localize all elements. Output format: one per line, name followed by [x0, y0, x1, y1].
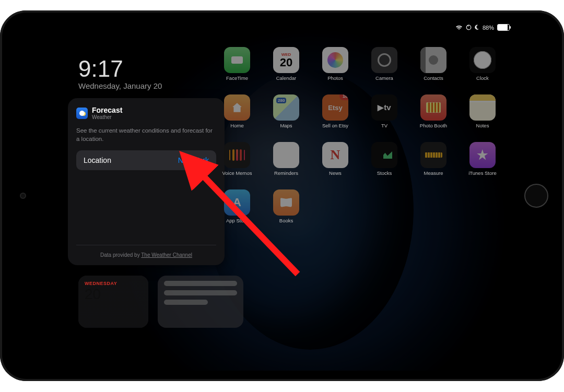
app-camera[interactable]: Camera [366, 47, 403, 81]
app-notes[interactable]: Notes [464, 94, 501, 128]
app-icon [371, 142, 397, 168]
svg-point-0 [466, 25, 471, 30]
app-photos[interactable]: Photos [316, 47, 354, 81]
badge: 18 [339, 94, 348, 100]
app-voice-memos[interactable]: Voice Memos [218, 142, 256, 176]
wifi-icon [455, 25, 463, 30]
ipad-frame: 88% 9:17 Wednesday, January 20 Forecast … [0, 0, 564, 392]
app-icon [224, 189, 250, 216]
calendar-widget[interactable]: WEDNESDAY 20 [78, 276, 148, 328]
app-label: News [329, 170, 342, 176]
front-camera [21, 194, 25, 198]
app-label: Notes [476, 123, 489, 128]
app-icon [273, 94, 299, 121]
app-books[interactable]: Books [267, 189, 305, 223]
app-icon [273, 189, 299, 216]
app-label: Sell on Etsy [322, 123, 348, 128]
orientation-lock-icon [466, 25, 472, 30]
app-label: Calendar [276, 75, 297, 81]
app-label: Voice Memos [222, 170, 252, 176]
app-icon [224, 142, 250, 168]
app-calendar[interactable]: WED20Calendar [267, 47, 305, 81]
peek-widgets: WEDNESDAY 20 [78, 276, 243, 328]
clock-block: 9:17 Wednesday, January 20 [78, 57, 162, 90]
app-icon [420, 142, 446, 168]
app-label: App Store [226, 218, 248, 223]
app-label: FaceTime [226, 75, 248, 81]
battery-percent: 88% [483, 25, 494, 31]
widget-title: Forecast [92, 106, 122, 114]
time-text: 9:17 [78, 57, 162, 80]
app-sell-on-etsy[interactable]: Etsy18Sell on Etsy [316, 94, 354, 128]
home-button[interactable] [524, 184, 548, 208]
ipad-body: 88% 9:17 Wednesday, January 20 Forecast … [0, 10, 564, 381]
app-reminders[interactable]: Reminders [267, 142, 305, 176]
app-label: TV [381, 123, 387, 128]
moon-icon [475, 25, 479, 30]
calendar-day: 20 [85, 286, 142, 303]
data-credit: Data provided by The Weather Channel [68, 252, 225, 258]
app-label: Books [279, 218, 293, 223]
widget-subtitle: Weather [92, 114, 122, 120]
weather-channel-link[interactable]: The Weather Channel [141, 252, 192, 258]
panel-divider [76, 245, 216, 245]
stack-widget[interactable] [158, 276, 243, 328]
app-stocks[interactable]: Stocks [366, 142, 403, 176]
app-label: iTunes Store [468, 170, 497, 176]
calendar-dow: WEDNESDAY [85, 281, 142, 286]
app-icon [224, 94, 250, 121]
app-clock[interactable]: Clock [464, 47, 501, 81]
app-icon [420, 94, 446, 121]
app-measure[interactable]: Measure [415, 142, 452, 176]
screen: 88% 9:17 Wednesday, January 20 Forecast … [47, 21, 517, 371]
battery-icon [497, 24, 510, 31]
app-label: Photo Booth [420, 123, 447, 128]
app-grid: FaceTimeWED20CalendarPhotosCameraContact… [169, 47, 501, 223]
app-itunes-store[interactable]: iTunes Store [464, 142, 501, 176]
status-bar: 88% [455, 24, 510, 31]
app-tv[interactable]: ▶tvTV [366, 94, 403, 128]
app-icon: ▶tv [371, 94, 397, 121]
app-label: Clock [476, 75, 489, 81]
app-app-store[interactable]: App Store [218, 189, 256, 223]
app-label: Reminders [274, 170, 298, 176]
app-icon [322, 142, 348, 168]
app-icon [469, 47, 496, 73]
app-photo-booth[interactable]: Photo Booth [415, 94, 452, 128]
date-text: Wednesday, January 20 [78, 81, 162, 90]
app-contacts[interactable]: Contacts [415, 47, 452, 81]
app-icon [224, 47, 250, 73]
app-label: Home [230, 123, 243, 128]
app-icon [420, 47, 446, 73]
app-label: Photos [327, 75, 343, 81]
app-label: Measure [424, 170, 443, 176]
app-label: Stocks [377, 170, 392, 176]
app-icon: WED20 [273, 47, 299, 73]
app-icon [273, 142, 299, 168]
app-icon [322, 47, 348, 73]
app-icon [371, 47, 397, 73]
app-icon [469, 94, 496, 121]
app-icon [469, 142, 496, 168]
weather-app-icon [76, 108, 88, 119]
app-icon: Etsy18 [322, 94, 348, 121]
app-label: Contacts [424, 75, 443, 81]
app-label: Maps [280, 123, 292, 128]
app-label: Camera [375, 75, 393, 81]
location-label: Location [84, 156, 111, 164]
app-facetime[interactable]: FaceTime [218, 47, 256, 81]
app-news[interactable]: News [316, 142, 354, 176]
app-home[interactable]: Home [218, 94, 256, 128]
app-maps[interactable]: Maps [267, 94, 305, 128]
